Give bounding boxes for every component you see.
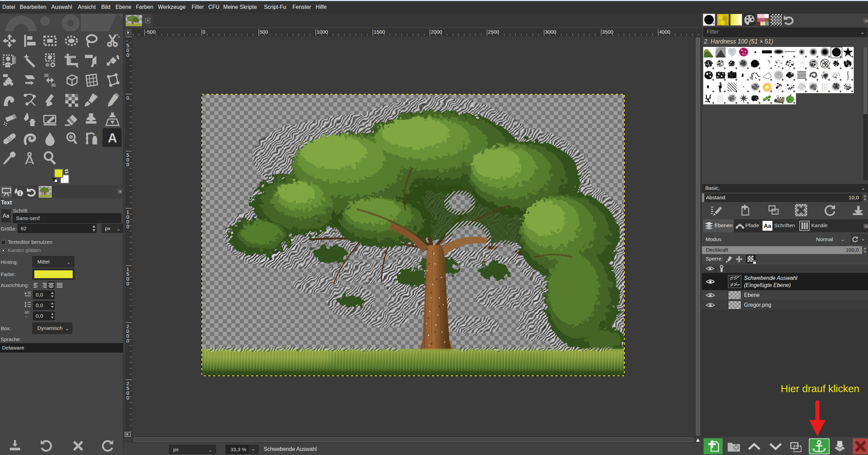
svg-text:3500: 3500 [602,29,613,35]
svg-text:3000: 3000 [545,29,556,35]
svg-text:0: 0 [126,281,129,286]
svg-text:-500: -500 [145,29,156,35]
svg-text:1500: 1500 [374,29,385,35]
svg-text:0: 0 [126,95,129,101]
svg-text:0: 0 [202,29,205,35]
svg-text:0: 0 [126,395,129,401]
svg-text:0: 0 [126,52,129,58]
svg-text:0: 0 [126,162,129,167]
svg-text:500: 500 [260,29,268,35]
svg-text:2500: 2500 [488,29,499,35]
svg-text:2000: 2000 [431,29,442,35]
svg-text:1000: 1000 [317,29,328,35]
svg-text:4000: 4000 [659,29,670,35]
svg-text:0: 0 [126,223,129,229]
svg-text:0: 0 [126,338,129,343]
